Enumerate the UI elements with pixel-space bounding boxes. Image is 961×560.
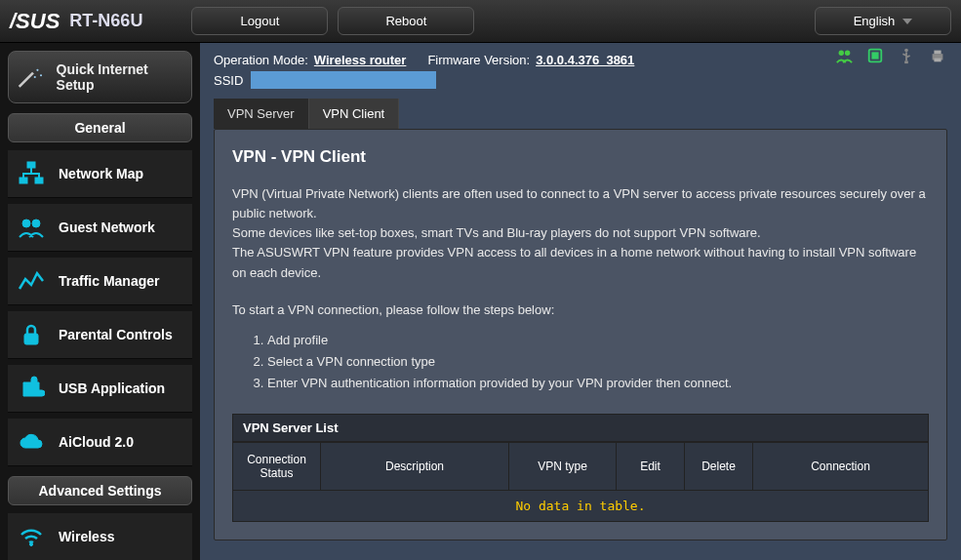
sidebar-item-label: Wireless: [59, 529, 114, 544]
table-empty-row: No data in table.: [233, 491, 929, 522]
col-description: Description: [321, 443, 509, 491]
fw-label: Firmware Version:: [427, 53, 530, 67]
svg-point-2: [34, 76, 36, 78]
svg-rect-4: [20, 178, 27, 183]
server-list-title: VPN Server List: [232, 414, 929, 442]
language-select[interactable]: English: [815, 7, 951, 35]
svg-rect-15: [904, 60, 908, 63]
info-line-1: Operation Mode: Wireless router Firmware…: [214, 53, 834, 67]
top-bar: /SUS RT-N66U Logout Reboot English: [0, 0, 961, 43]
sidebar-item-label: Network Map: [59, 166, 143, 181]
vpn-server-list-table: Connection Status Description VPN type E…: [232, 442, 929, 522]
sidebar-item-label: AiCloud 2.0: [59, 434, 134, 450]
status-icons: [834, 47, 947, 64]
col-vpn-type: VPN type: [509, 443, 617, 491]
sidebar: Quick Internet Setup General Network Map…: [0, 43, 200, 560]
svg-point-9: [30, 543, 33, 546]
svg-rect-3: [27, 162, 35, 168]
svg-rect-18: [934, 59, 941, 62]
fw-value[interactable]: 3.0.0.4.376_3861: [536, 53, 634, 67]
cloud-icon: [18, 428, 45, 456]
tab-vpn-client[interactable]: VPN Client: [309, 99, 400, 129]
tabs: VPN Server VPN Client: [214, 99, 947, 129]
section-header-general: General: [8, 113, 192, 142]
brand-logo: /SUS: [10, 9, 60, 34]
sidebar-item-label: USB Application: [59, 380, 165, 396]
sidebar-item-aicloud[interactable]: AiCloud 2.0: [8, 419, 192, 466]
sidebar-item-label: Parental Controls: [59, 327, 173, 342]
panel-p2: Some devices like set-top boxes, smart T…: [232, 223, 929, 243]
svg-rect-5: [35, 178, 43, 183]
panel-vpn-client: VPN - VPN Client VPN (Virtual Private Ne…: [214, 129, 947, 540]
printer-icon[interactable]: [928, 47, 947, 64]
col-connection: Connection: [753, 443, 929, 491]
op-mode-label: Operation Mode:: [214, 53, 308, 67]
panel-p4: To start a VPN connection, please follow…: [232, 300, 929, 320]
info-line-2: SSID: [214, 71, 947, 89]
lock-icon: [18, 321, 45, 348]
users-icon[interactable]: [834, 47, 854, 64]
puzzle-icon: [18, 375, 45, 402]
op-mode-value[interactable]: Wireless router: [314, 53, 407, 67]
logout-button[interactable]: Logout: [191, 7, 328, 35]
ssid-value-redacted: [251, 71, 436, 89]
page-title: VPN - VPN Client: [232, 147, 929, 167]
svg-rect-17: [934, 51, 941, 55]
usb-icon[interactable]: [897, 47, 916, 64]
svg-point-14: [904, 49, 908, 53]
svg-point-7: [32, 220, 40, 227]
sidebar-item-network-map[interactable]: Network Map: [8, 150, 192, 198]
step-item: Enter VPN authentication information pro…: [267, 373, 929, 394]
svg-point-1: [40, 74, 42, 76]
svg-point-0: [36, 69, 38, 71]
panel-p3: The ASUSWRT VPN feature provides VPN acc…: [232, 243, 929, 282]
sidebar-item-wireless[interactable]: Wireless: [8, 513, 192, 560]
reboot-button[interactable]: Reboot: [338, 7, 474, 35]
sidebar-item-label: Traffic Manager: [59, 273, 159, 289]
language-label: English: [854, 14, 896, 28]
panel-p1: VPN (Virtual Private Network) clients ar…: [232, 184, 929, 223]
quick-internet-setup-button[interactable]: Quick Internet Setup: [8, 51, 192, 103]
step-item: Add profile: [267, 330, 929, 351]
steps-list: Add profile Select a VPN connection type…: [267, 330, 929, 394]
col-edit: Edit: [617, 443, 685, 491]
guest-network-icon: [18, 214, 45, 241]
svg-rect-8: [24, 334, 38, 344]
traffic-manager-icon: [18, 267, 45, 295]
empty-message: No data in table.: [233, 491, 929, 522]
sidebar-item-guest-network[interactable]: Guest Network: [8, 204, 192, 252]
wand-icon: [17, 66, 45, 88]
qis-label: Quick Internet Setup: [57, 61, 183, 93]
table-header-row: Connection Status Description VPN type E…: [233, 443, 929, 491]
network-map-icon: [18, 160, 45, 187]
svg-point-11: [845, 51, 850, 56]
model-label: RT-N66U: [69, 11, 142, 31]
col-delete: Delete: [685, 443, 753, 491]
sidebar-item-parental-controls[interactable]: Parental Controls: [8, 311, 192, 359]
tab-vpn-server[interactable]: VPN Server: [214, 99, 309, 129]
sidebar-item-label: Guest Network: [59, 220, 155, 235]
chevron-down-icon: [902, 19, 912, 24]
svg-point-6: [22, 220, 30, 227]
col-connection-status: Connection Status: [233, 443, 321, 491]
ssid-label: SSID: [214, 73, 243, 88]
step-item: Select a VPN connection type: [267, 351, 929, 373]
section-header-advanced: Advanced Settings: [8, 476, 192, 505]
sidebar-item-traffic-manager[interactable]: Traffic Manager: [8, 258, 192, 305]
svg-point-10: [839, 51, 844, 56]
main-layout: Quick Internet Setup General Network Map…: [0, 43, 961, 560]
sidebar-item-usb-application[interactable]: USB Application: [8, 365, 192, 413]
network-layers-icon[interactable]: [865, 47, 885, 64]
svg-rect-13: [871, 52, 878, 59]
content-area: Operation Mode: Wireless router Firmware…: [200, 43, 961, 560]
wifi-icon: [18, 523, 45, 550]
